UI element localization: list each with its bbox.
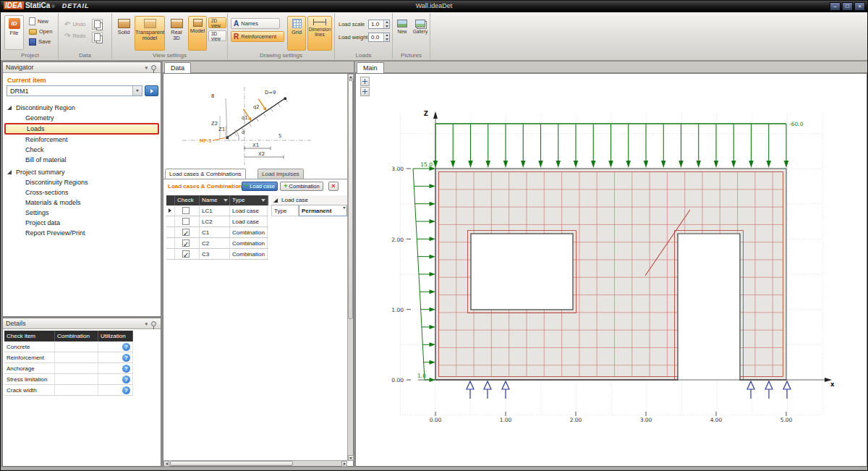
- dropdown-arrow-icon[interactable]: [132, 86, 142, 96]
- table-row[interactable]: LC2 Load case: [166, 216, 268, 227]
- tree-item-check[interactable]: Check: [3, 145, 161, 155]
- svg-text:2.00: 2.00: [391, 237, 404, 243]
- table-row[interactable]: C1 Combination: [166, 227, 268, 238]
- current-item-dropdown[interactable]: DRM1: [7, 85, 142, 96]
- tab-load-cases-combinations[interactable]: Load cases & Combinations: [165, 169, 246, 179]
- data-horizontal-scrollbar[interactable]: [163, 460, 347, 466]
- tree-item-bill-of-material[interactable]: Bill of material: [3, 155, 161, 165]
- minimize-button[interactable]: –: [830, 2, 841, 11]
- collapse-icon[interactable]: ▾: [145, 64, 148, 71]
- grid-label: Grid: [292, 30, 302, 35]
- load-scale-spin-arrows[interactable]: [383, 20, 389, 28]
- row-checkbox[interactable]: [182, 229, 190, 236]
- real-3d-button[interactable]: Real 3D: [166, 16, 187, 51]
- scroll-thumb[interactable]: [170, 461, 293, 466]
- scroll-thumb[interactable]: [348, 80, 353, 319]
- names-toggle[interactable]: A Names: [231, 18, 280, 29]
- tree-item-geometry[interactable]: Geometry: [3, 113, 161, 123]
- zoom-fit-button[interactable]: [360, 77, 370, 86]
- properties-header[interactable]: Load case: [271, 195, 347, 205]
- table-row[interactable]: C3 Combination: [166, 249, 268, 260]
- filter-icon[interactable]: [224, 199, 228, 202]
- help-icon[interactable]: ?: [122, 375, 130, 383]
- tree-section-discontinuity-region[interactable]: Discontinuity Region: [3, 103, 161, 113]
- help-icon[interactable]: ?: [122, 365, 130, 373]
- tree-item-report-preview-print[interactable]: Report Preview/Print: [3, 228, 161, 238]
- add-load-case-button[interactable]: + Load case: [242, 182, 278, 191]
- help-icon[interactable]: ?: [122, 354, 130, 362]
- model-button[interactable]: Model: [188, 16, 207, 51]
- details-panel: Details ▾ Check item Combination Utiliza…: [2, 318, 161, 467]
- row-checkbox[interactable]: [182, 250, 190, 258]
- tree-section-project-summary[interactable]: Project summary: [3, 167, 161, 177]
- row-checkbox[interactable]: [182, 239, 190, 247]
- scroll-left-button[interactable]: [163, 461, 169, 467]
- file-button[interactable]: ID File: [4, 15, 24, 50]
- filter-icon[interactable]: [261, 199, 265, 202]
- tree-item-loads[interactable]: Loads: [4, 123, 159, 135]
- go-to-item-button[interactable]: [145, 85, 158, 96]
- row-checkbox[interactable]: [182, 218, 190, 225]
- solid-button[interactable]: Solid: [114, 16, 133, 51]
- load-weight-input[interactable]: 0.0: [368, 33, 390, 42]
- transparent-model-button[interactable]: Transparent model: [135, 16, 165, 51]
- data-vertical-scrollbar[interactable]: [347, 74, 353, 461]
- collapse-icon[interactable]: ▾: [145, 321, 148, 327]
- grid-icon: [292, 19, 302, 28]
- scroll-right-button[interactable]: [341, 461, 347, 467]
- tree-item-materials-models[interactable]: Materials & models: [3, 198, 161, 208]
- help-icon[interactable]: ?: [122, 386, 130, 394]
- tree-item-cross-sections[interactable]: Cross-sections: [3, 187, 161, 198]
- details-row-concrete[interactable]: Concrete ?: [4, 341, 133, 352]
- delete-button[interactable]: ×: [328, 182, 339, 191]
- zoom-window-button[interactable]: [360, 87, 370, 96]
- structure-drawing-canvas[interactable]: -60.0 15.0 1.0 Z x 0.00 1.00 2.00 3.00 4…: [356, 74, 867, 466]
- load-cases-table-header: Check Name Type: [166, 195, 268, 205]
- details-row-reinforcement[interactable]: Reinforcement ?: [4, 352, 133, 363]
- details-row-stress-limitation[interactable]: Stress limitation ?: [4, 374, 133, 385]
- gallery-button[interactable]: Gallery: [412, 17, 429, 50]
- close-button[interactable]: ×: [854, 2, 865, 11]
- type-dropdown[interactable]: Permanent: [299, 205, 347, 216]
- pin-icon[interactable]: [151, 321, 156, 326]
- save-button[interactable]: Save: [26, 37, 54, 46]
- tree-item-settings[interactable]: Settings: [3, 208, 161, 218]
- tab-main[interactable]: Main: [357, 62, 384, 73]
- scroll-down-button[interactable]: [348, 455, 354, 461]
- tab-load-impulses[interactable]: Load impulses: [258, 169, 304, 179]
- new-label: New: [38, 18, 48, 25]
- expander-icon[interactable]: [7, 170, 12, 174]
- paste-data-button[interactable]: [92, 32, 103, 43]
- tree-item-project-data[interactable]: Project data: [3, 218, 161, 228]
- reinforcement-toggle[interactable]: R Reinforcement: [231, 31, 284, 42]
- col-combination: Combination: [55, 331, 98, 341]
- help-icon[interactable]: ?: [122, 343, 130, 351]
- properties-header-label: Load case: [281, 197, 308, 203]
- row-checkbox[interactable]: [182, 207, 190, 214]
- tree-item-discontinuity-regions[interactable]: Discontinuity Regions: [3, 177, 161, 187]
- picture-new-button[interactable]: New: [394, 17, 410, 50]
- view-2d-button[interactable]: 2D view: [208, 17, 226, 28]
- new-button[interactable]: New: [26, 17, 51, 26]
- details-row-crack-width[interactable]: Crack width ?: [4, 385, 133, 396]
- open-button[interactable]: Open: [26, 27, 55, 36]
- details-row-anchorage[interactable]: Anchorage ?: [4, 363, 133, 374]
- maximize-button[interactable]: □: [842, 2, 853, 11]
- scroll-up-button[interactable]: [348, 74, 354, 80]
- redo-button[interactable]: ↷ Redo: [61, 31, 88, 41]
- load-scale-input[interactable]: 1.0: [368, 20, 390, 29]
- pin-icon[interactable]: [151, 65, 156, 70]
- undo-button[interactable]: ↶ Undo: [61, 20, 88, 29]
- table-row[interactable]: LC1 Load case: [166, 205, 268, 216]
- tab-data[interactable]: Data: [164, 62, 191, 73]
- copy-data-button[interactable]: [92, 19, 103, 30]
- tree-item-reinforcement[interactable]: Reinforcement: [3, 135, 161, 145]
- table-row[interactable]: C2 Combination: [166, 238, 268, 249]
- grid-toggle[interactable]: Grid: [287, 16, 306, 51]
- view-3d-button[interactable]: 3D view: [208, 30, 226, 41]
- details-title: Details: [6, 320, 26, 327]
- dimension-lines-toggle[interactable]: Dimension lines: [307, 16, 332, 51]
- expander-icon[interactable]: [7, 106, 12, 110]
- add-combination-button[interactable]: + Combination: [280, 182, 323, 191]
- load-weight-spin-arrows[interactable]: [383, 33, 389, 41]
